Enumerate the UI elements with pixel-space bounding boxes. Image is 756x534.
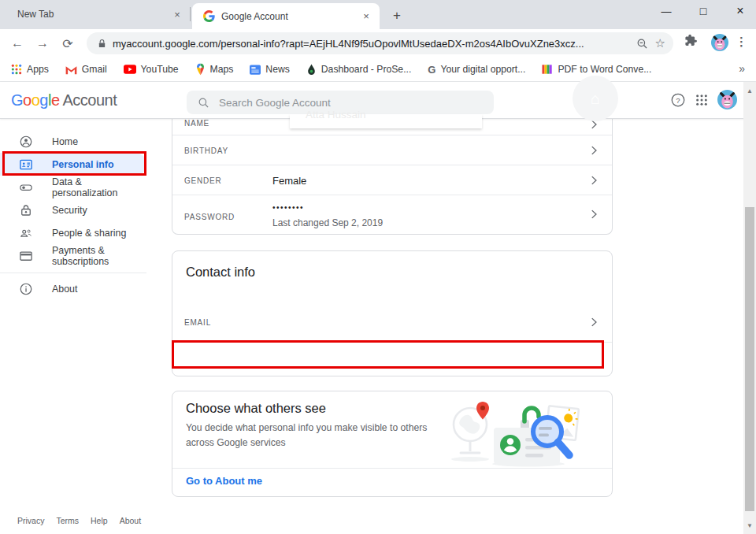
browser-profile-avatar[interactable]	[711, 34, 728, 54]
help-icon[interactable]: ?	[670, 92, 686, 111]
info-icon	[19, 282, 33, 296]
gender-label: GENDER	[184, 176, 222, 185]
privacy-card-body: You decide what personal info you make v…	[186, 421, 446, 451]
chevron-right-icon	[587, 207, 601, 221]
go-to-about-me-link[interactable]: Go to About me	[186, 475, 262, 487]
password-value: ••••••••	[272, 203, 304, 212]
page-footer: Privacy Terms Help About	[17, 516, 153, 525]
scrollbar-up-arrow[interactable]: ▲	[743, 87, 756, 95]
tab-title: New Tab	[17, 9, 170, 20]
gender-row[interactable]: GENDER Female	[172, 165, 612, 195]
annotation-box-phone	[172, 340, 604, 369]
tab-separator	[190, 7, 191, 21]
news-icon	[250, 65, 261, 75]
birthday-label: BIRTHDAY	[184, 146, 228, 155]
sidebar-item-people-sharing[interactable]: People & sharing	[0, 221, 146, 244]
password-label: PASSWORD	[184, 213, 235, 221]
bookmark-gmail[interactable]: Gmail	[65, 64, 107, 75]
toggle-icon	[19, 180, 33, 195]
footer-link-privacy[interactable]: Privacy	[17, 516, 44, 525]
email-label: EMAIL	[184, 318, 211, 327]
forward-button[interactable]: →	[33, 34, 52, 53]
chevron-right-icon	[587, 173, 601, 187]
gender-value: Female	[272, 175, 306, 187]
sidebar-divider	[0, 273, 146, 273]
bookmark-dashboard[interactable]: Dashboard - ProSe...	[306, 64, 411, 76]
bookmark-pdf-to-word[interactable]: PDF to Word Conve...	[542, 64, 651, 75]
chevron-right-icon	[587, 143, 601, 158]
password-note: Last changed Sep 2, 2019	[272, 217, 383, 228]
google-apps-grid-icon[interactable]	[695, 94, 708, 109]
scrollbar-thumb[interactable]	[745, 207, 754, 511]
privacy-card-title: Choose what others see	[186, 401, 326, 416]
birthday-row[interactable]: BIRTHDAY	[172, 135, 612, 165]
browser-titlebar: New Tab × Google Account × + — □ ×	[0, 0, 756, 29]
sidebar-item-payments[interactable]: Payments & subscriptions	[0, 244, 146, 267]
bookmark-news[interactable]: News	[250, 64, 289, 75]
account-profile-avatar[interactable]	[717, 90, 737, 113]
google-account-header: ⌂ GoogleAccount ?	[0, 82, 756, 119]
password-row[interactable]: PASSWORD •••••••• Last changed Sep 2, 20…	[172, 195, 612, 233]
basic-info-card: NAME BIRTHDAY GENDER Female PASSWORD •••…	[172, 113, 613, 235]
bookmarks-bar: Apps Gmail YouTube Maps News Dashboard -…	[0, 57, 756, 82]
window-maximize-button[interactable]: □	[690, 0, 717, 22]
g-letter-icon: G	[428, 64, 435, 76]
browser-menu-icon[interactable]: ⋮	[736, 35, 747, 49]
back-button[interactable]: ←	[8, 34, 27, 53]
gmail-icon	[65, 65, 77, 75]
tab-close-icon[interactable]: ×	[170, 7, 184, 21]
contact-info-title: Contact info	[186, 265, 255, 280]
page-scrollbar[interactable]: ▲ ▼	[743, 82, 756, 534]
bookmarks-overflow-chevron[interactable]: »	[739, 62, 745, 75]
people-icon	[19, 226, 33, 240]
pdf-converter-icon	[542, 64, 553, 75]
email-row[interactable]: EMAIL	[172, 301, 612, 343]
tab-new-tab[interactable]: New Tab ×	[0, 0, 191, 28]
privacy-card: Choose what others see You decide what p…	[172, 391, 613, 497]
bookmark-youtube[interactable]: YouTube	[124, 64, 179, 75]
svg-text:?: ?	[676, 96, 680, 105]
sidebar-item-about[interactable]: About	[0, 277, 146, 300]
tab-close-icon[interactable]: ×	[359, 9, 373, 24]
tab-google-account[interactable]: Google Account ×	[192, 3, 380, 29]
sidebar-item-home[interactable]: Home	[0, 130, 146, 153]
logo-account-text: Account	[63, 91, 117, 109]
decorative-home-circle: ⌂	[573, 76, 618, 121]
privacy-illustration	[448, 396, 590, 470]
home-account-icon	[19, 135, 33, 149]
tab-title: Google Account	[221, 11, 359, 22]
sidebar-item-data-personalization[interactable]: Data & personalization	[0, 176, 146, 198]
lock-icon	[19, 203, 33, 217]
address-bar[interactable]: myaccount.google.com/personal-info?rapt=…	[87, 32, 673, 54]
apps-grid-icon	[11, 64, 22, 75]
bookmark-star-icon[interactable]: ☆	[655, 36, 665, 50]
footer-link-about[interactable]: About	[120, 516, 141, 525]
lock-icon[interactable]	[98, 39, 106, 49]
credit-card-icon	[19, 249, 33, 263]
card-divider	[172, 468, 612, 469]
chevron-right-icon	[587, 315, 601, 329]
bookmark-apps[interactable]: Apps	[11, 64, 49, 75]
name-value-redacted: Atta Hussain	[306, 109, 366, 121]
window-minimize-button[interactable]: —	[653, 0, 680, 22]
youtube-icon	[124, 65, 136, 74]
url-text[interactable]: myaccount.google.com/personal-info?rapt=…	[113, 38, 629, 50]
new-tab-button[interactable]: +	[387, 6, 406, 25]
annotation-box-personal-info	[2, 151, 146, 176]
maps-pin-icon	[195, 63, 206, 76]
google-account-logo[interactable]: GoogleAccount	[11, 91, 117, 109]
footer-link-help[interactable]: Help	[91, 516, 108, 525]
reload-button[interactable]: ⟳	[58, 34, 77, 53]
sidebar-item-security[interactable]: Security	[0, 198, 146, 221]
google-favicon-icon	[203, 10, 215, 22]
footer-link-terms[interactable]: Terms	[56, 516, 79, 525]
search-input[interactable]	[217, 96, 457, 109]
scrollbar-down-arrow[interactable]: ▼	[743, 522, 756, 529]
name-label: NAME	[184, 119, 209, 128]
bookmark-your-digital[interactable]: G Your digital opport...	[428, 64, 525, 76]
bookmark-maps[interactable]: Maps	[195, 63, 234, 76]
search-icon	[198, 97, 209, 109]
window-close-button[interactable]: ×	[727, 0, 754, 22]
extensions-puzzle-icon[interactable]	[684, 34, 698, 50]
zoom-icon[interactable]	[636, 38, 648, 50]
